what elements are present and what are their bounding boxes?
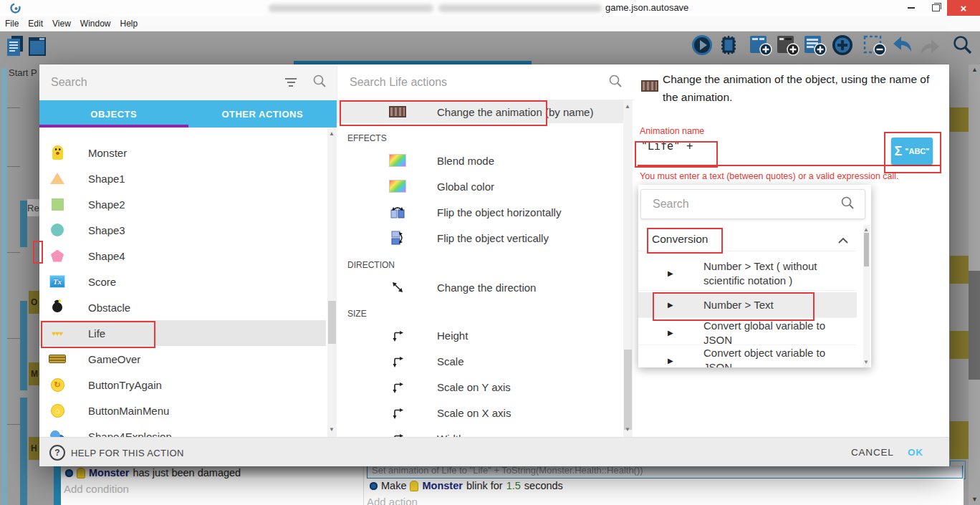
scroll-down-icon[interactable]: ▼	[329, 426, 335, 433]
menu-view[interactable]: View	[52, 19, 71, 29]
event-connector	[7, 252, 20, 253]
dropdown-scrollbar-thumb[interactable]	[864, 233, 869, 266]
restore-button[interactable]	[924, 0, 947, 16]
add-event-icon[interactable]	[749, 34, 774, 60]
object-row-buttonmainmenu[interactable]: ⌂ButtonMainMenu	[39, 398, 326, 423]
action-row-change-animation[interactable]: Change the animation (by name)	[337, 100, 625, 123]
object-row-shape4[interactable]: Shape4	[39, 243, 326, 269]
search-icon	[312, 74, 327, 91]
chevron-up-icon[interactable]	[838, 234, 848, 246]
objects-tabs: OBJECTS OTHER ACTIONS	[39, 100, 337, 128]
scroll-down-icon[interactable]: ▼	[971, 496, 978, 503]
dialog-footer: ? HELP FOR THIS ACTION CANCEL OK	[39, 437, 949, 466]
ok-button[interactable]: OK	[908, 447, 923, 458]
app-window: game.json.autosave × File Edit View Wind…	[0, 0, 980, 505]
help-icon[interactable]: ?	[49, 445, 65, 461]
action-row[interactable]: Make Monster blink for 1.5 seconds	[370, 480, 563, 491]
menu-window[interactable]: Window	[80, 19, 111, 29]
validation-error-text: You must enter a text (between quotes) o…	[640, 170, 912, 182]
add-subevent-icon[interactable]	[777, 34, 801, 60]
scroll-up-icon[interactable]: ▲	[971, 66, 978, 73]
expand-arrow-icon[interactable]: ▶	[668, 269, 673, 277]
action-row-scale-y[interactable]: Scale on Y axis	[337, 374, 625, 400]
object-row-life[interactable]: ♥♥♥Life	[39, 320, 326, 346]
object-row-obstacle[interactable]: Obstacle	[39, 294, 326, 320]
pentagon-icon	[51, 250, 64, 262]
objects-search-input[interactable]	[49, 75, 285, 90]
expand-arrow-icon[interactable]: ▶	[668, 329, 673, 337]
retry-button-icon: ↻	[51, 378, 64, 392]
scroll-up-icon[interactable]: ▲	[625, 103, 630, 110]
action-row-flip-horizontal[interactable]: Flip the object horizontally	[337, 199, 625, 225]
object-row-score[interactable]: TxScore	[39, 269, 326, 294]
object-row-buttontryagain[interactable]: ↻ButtonTryAgain	[39, 372, 326, 398]
action-row-scale-x[interactable]: Scale on X axis	[337, 400, 625, 425]
scroll-down-icon[interactable]: ▼	[863, 359, 869, 365]
instruction-editor-dialog: OBJECTS OTHER ACTIONS Monster Shape1 Sha…	[39, 64, 949, 466]
filter-icon[interactable]	[285, 78, 297, 87]
expand-arrow-icon[interactable]: ▶	[668, 301, 673, 309]
menu-edit[interactable]: Edit	[28, 19, 43, 29]
redo-icon[interactable]	[918, 34, 942, 60]
flip-vertical-icon	[388, 231, 407, 244]
action-row-height[interactable]: Height	[337, 322, 625, 348]
objects-scrollbar-thumb[interactable]	[328, 301, 336, 344]
minimize-button[interactable]	[900, 0, 923, 16]
project-manager-icon[interactable]	[6, 34, 24, 60]
start-page-tab[interactable]: Start P	[9, 67, 37, 78]
comment-fragment: O	[29, 291, 40, 314]
field-error-underline	[638, 165, 941, 166]
cancel-button[interactable]: CANCEL	[851, 447, 894, 458]
events-scrollbar-thumb[interactable]	[969, 271, 980, 380]
scroll-up-icon[interactable]: ▲	[329, 130, 335, 137]
play-icon[interactable]	[691, 34, 713, 59]
action-row-global-color[interactable]: Global color	[337, 173, 625, 199]
add-comment-icon[interactable]	[804, 34, 828, 60]
add-condition-link[interactable]: Add condition	[64, 483, 129, 495]
action-row-change-direction[interactable]: Change the direction	[337, 274, 625, 300]
add-circle-icon[interactable]	[831, 34, 854, 60]
object-row-monster[interactable]: Monster	[39, 140, 326, 165]
expr-item-object-json[interactable]: ▶ Convert object variable to JSON	[638, 348, 857, 367]
expr-item-number-text-nosci[interactable]: ▶ Number > Text ( without scientific not…	[638, 256, 857, 291]
objects-scrollbar[interactable]	[327, 128, 337, 437]
action-row-flip-vertical[interactable]: Flip the object vertically	[337, 225, 625, 251]
global-color-icon	[389, 180, 406, 193]
search-toolbar-icon[interactable]	[951, 34, 973, 59]
add-action-link[interactable]: Add action	[367, 496, 418, 505]
debug-icon[interactable]	[717, 34, 740, 59]
scene-editor-icon[interactable]	[27, 34, 47, 60]
actions-search-input[interactable]	[348, 75, 608, 90]
action-row-width[interactable]: Width	[337, 425, 625, 437]
comment-bar-fragment	[950, 421, 969, 459]
expr-item-number-text[interactable]: ▶ Number > Text	[638, 292, 857, 318]
actions-scrollbar-thumb[interactable]	[624, 350, 632, 430]
animation-name-input[interactable]	[640, 139, 879, 153]
expr-item-global-json[interactable]: ▶ Convert global variable to JSON	[638, 321, 857, 345]
menu-file[interactable]: File	[5, 19, 19, 29]
tab-objects[interactable]: OBJECTS	[39, 100, 188, 128]
object-row-shape2[interactable]: Shape2	[39, 191, 326, 217]
section-header-effects: EFFECTS	[337, 123, 625, 148]
action-row-scale[interactable]: Scale	[337, 348, 625, 374]
expression-search-input[interactable]	[651, 197, 840, 211]
tab-other-actions[interactable]: OTHER ACTIONS	[188, 100, 337, 128]
scroll-up-icon[interactable]: ▲	[863, 226, 869, 233]
object-row-shape4explosion[interactable]: Shape4Explosion	[39, 423, 326, 437]
event-indent-bar	[20, 301, 27, 390]
category-conversion[interactable]: Conversion	[638, 228, 857, 251]
delete-selection-icon[interactable]	[863, 34, 888, 60]
close-button[interactable]: ×	[947, 0, 980, 16]
object-row-gameover[interactable]: GameOver	[39, 346, 326, 372]
object-row-shape3[interactable]: Shape3	[39, 217, 326, 243]
menu-help[interactable]: Help	[120, 19, 138, 29]
undo-icon[interactable]	[890, 34, 915, 60]
event-connector	[7, 338, 20, 339]
object-row-shape1[interactable]: Shape1	[39, 165, 326, 191]
expand-arrow-icon[interactable]: ▶	[668, 357, 673, 365]
scroll-down-icon[interactable]: ▼	[625, 426, 630, 433]
help-link[interactable]: HELP FOR THIS ACTION	[71, 448, 184, 458]
action-row-blend-mode[interactable]: Blend mode	[337, 148, 625, 173]
expression-builder-button[interactable]: Σ "ABC"	[891, 138, 933, 165]
comment-fragment: M	[29, 362, 40, 385]
